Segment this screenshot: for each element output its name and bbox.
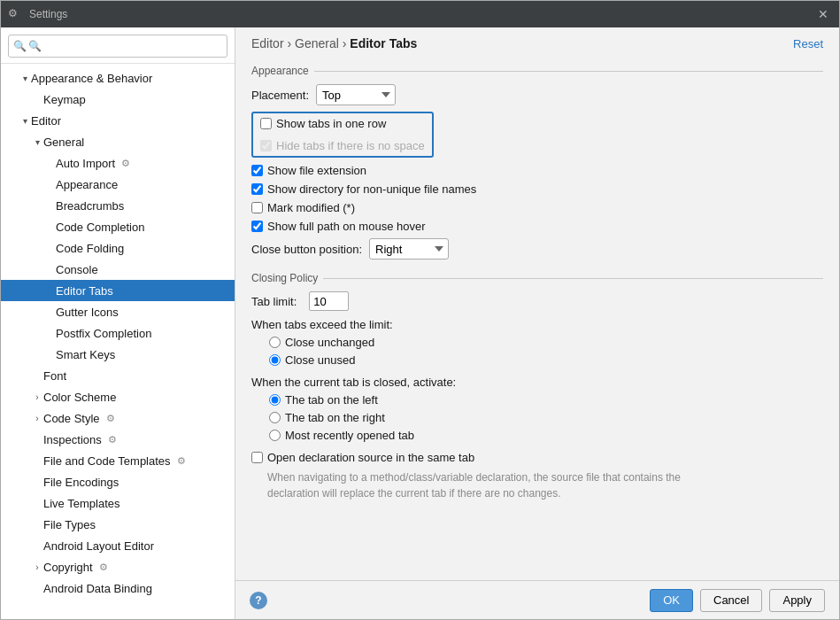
sidebar-item-general[interactable]: ▾ General <box>1 131 235 152</box>
tab-left-row: The tab on the left <box>251 393 823 407</box>
show-file-extension-label[interactable]: Show file extension <box>267 164 366 177</box>
breadcrumb-part-editor: Editor <box>251 36 284 50</box>
hide-tabs-checkbox[interactable] <box>260 140 272 151</box>
sidebar-item-android-layout-editor[interactable]: Android Layout Editor <box>1 535 235 556</box>
tab-left-radio[interactable] <box>269 394 281 406</box>
breadcrumb-sep1: › <box>287 36 295 50</box>
sidebar-item-editor[interactable]: ▾ Editor <box>1 110 235 131</box>
close-unused-radio[interactable] <box>269 354 281 366</box>
sidebar-item-font[interactable]: Font <box>1 365 235 386</box>
sidebar-item-postfix-completion[interactable]: Postfix Completion <box>1 322 235 344</box>
footer-right: OK Cancel Apply <box>650 589 825 612</box>
sidebar-item-appearance[interactable]: Appearance <box>1 174 235 195</box>
mark-modified-checkbox[interactable] <box>251 202 263 213</box>
sidebar-tree: ▾ Appearance & Behavior Keymap ▾ Editor … <box>1 64 235 619</box>
breadcrumb-part-general: General <box>295 36 339 50</box>
most-recent-radio[interactable] <box>269 430 281 441</box>
titlebar: ⚙ Settings ✕ <box>1 1 839 27</box>
sidebar-item-editor-tabs[interactable]: Editor Tabs <box>1 280 235 301</box>
tab-right-radio[interactable] <box>269 412 281 423</box>
mark-modified-label[interactable]: Mark modified (*) <box>267 201 355 214</box>
show-full-path-checkbox[interactable] <box>251 221 263 232</box>
expand-arrow: ▾ <box>19 116 31 126</box>
window-title: Settings <box>29 8 807 20</box>
sidebar-item-color-scheme[interactable]: › Color Scheme <box>1 386 235 407</box>
tab-limit-input[interactable]: 10 <box>309 291 349 311</box>
cancel-button[interactable]: Cancel <box>700 589 762 612</box>
search-wrap: 🔍 <box>8 35 227 58</box>
main-header: Editor › General › Editor Tabs Reset <box>235 27 839 56</box>
sidebar-item-code-folding[interactable]: Code Folding <box>1 237 235 259</box>
sidebar-item-appearance-behavior[interactable]: ▾ Appearance & Behavior <box>1 67 235 89</box>
open-declaration-desc: When navigating to a method/class/variab… <box>267 469 683 501</box>
expand-arrow: › <box>31 562 43 572</box>
sidebar-item-android-data-binding[interactable]: Android Data Binding <box>1 577 235 599</box>
main-content: 🔍 ▾ Appearance & Behavior Keymap ▾ <box>1 27 839 619</box>
close-button-position-row: Close button position: Right Left None <box>251 238 823 260</box>
search-input[interactable] <box>8 35 227 58</box>
sidebar-item-auto-import[interactable]: Auto Import ⚙ <box>1 152 235 174</box>
expand-arrow: › <box>31 392 43 402</box>
sidebar-item-file-encodings[interactable]: File Encodings <box>1 471 235 492</box>
expand-arrow: ▾ <box>19 74 31 83</box>
show-tabs-one-row-label[interactable]: Show tabs in one row <box>276 117 386 130</box>
app-icon: ⚙ <box>8 7 22 21</box>
settings-window: ⚙ Settings ✕ 🔍 ▾ Appearance & Behavior <box>0 0 840 620</box>
close-unchanged-radio[interactable] <box>269 337 281 348</box>
sidebar-item-breadcrumbs[interactable]: Breadcrumbs <box>1 195 235 216</box>
close-unchanged-label[interactable]: Close unchanged <box>285 336 374 349</box>
sidebar-item-code-completion[interactable]: Code Completion <box>1 216 235 237</box>
sidebar-item-file-types[interactable]: File Types <box>1 514 235 535</box>
close-unchanged-row: Close unchanged <box>251 336 823 349</box>
show-directory-label[interactable]: Show directory for non-unique file names <box>267 182 476 196</box>
close-button[interactable]: ✕ <box>814 5 832 23</box>
when-tabs-exceed-label: When tabs exceed the limit: <box>251 318 823 331</box>
sidebar-item-smart-keys[interactable]: Smart Keys <box>1 344 235 365</box>
sidebar-item-code-style[interactable]: › Code Style ⚙ <box>1 407 235 429</box>
show-file-extension-row: Show file extension <box>251 164 823 177</box>
tab-right-label[interactable]: The tab on the right <box>285 411 385 424</box>
hide-tabs-label[interactable]: Hide tabs if there is no space <box>276 139 425 152</box>
open-declaration-checkbox[interactable] <box>251 452 263 463</box>
show-file-extension-checkbox[interactable] <box>251 165 263 176</box>
open-declaration-row: Open declaration source in the same tab <box>251 451 823 464</box>
appearance-section-label: Appearance <box>251 65 823 77</box>
ok-button[interactable]: OK <box>650 589 693 612</box>
tab-limit-label: Tab limit: <box>251 295 297 308</box>
help-button[interactable]: ? <box>250 592 267 609</box>
sidebar-item-copyright[interactable]: › Copyright ⚙ <box>1 556 235 577</box>
close-button-position-select[interactable]: Right Left None <box>369 238 449 260</box>
show-directory-checkbox[interactable] <box>251 183 263 195</box>
tab-left-label[interactable]: The tab on the left <box>285 393 378 407</box>
open-declaration-label[interactable]: Open declaration source in the same tab <box>267 451 474 464</box>
show-tabs-group: Show tabs in one row Hide tabs if there … <box>251 112 434 158</box>
when-current-closed-label: When the current tab is closed, activate… <box>251 376 823 389</box>
help-label: ? <box>255 594 261 607</box>
most-recent-row: Most recently opened tab <box>251 429 823 442</box>
breadcrumb: Editor › General › Editor Tabs <box>251 36 417 50</box>
show-directory-row: Show directory for non-unique file names <box>251 182 823 196</box>
expand-arrow: › <box>31 414 43 423</box>
sidebar-item-keymap[interactable]: Keymap <box>1 89 235 110</box>
close-button-position-label: Close button position: <box>251 243 362 256</box>
apply-button[interactable]: Apply <box>769 589 825 612</box>
settings-icon: ⚙ <box>104 411 118 425</box>
close-unused-label[interactable]: Close unused <box>285 353 356 367</box>
sidebar-item-file-code-templates[interactable]: File and Code Templates ⚙ <box>1 450 235 471</box>
footer-left: ? <box>250 592 267 609</box>
expand-arrow: ▾ <box>31 137 43 147</box>
placement-select[interactable]: Top Bottom Left Right <box>316 84 396 105</box>
sidebar-item-console[interactable]: Console <box>1 259 235 280</box>
sidebar-item-live-templates[interactable]: Live Templates <box>1 492 235 514</box>
tab-right-row: The tab on the right <box>251 411 823 424</box>
most-recent-label[interactable]: Most recently opened tab <box>285 429 414 442</box>
show-tabs-one-row-checkbox[interactable] <box>260 118 272 129</box>
show-full-path-label[interactable]: Show full path on mouse hover <box>267 220 426 233</box>
sidebar-item-inspections[interactable]: Inspections ⚙ <box>1 429 235 450</box>
sidebar: 🔍 ▾ Appearance & Behavior Keymap ▾ <box>1 27 235 619</box>
reset-link[interactable]: Reset <box>793 37 823 50</box>
sidebar-item-gutter-icons[interactable]: Gutter Icons <box>1 301 235 322</box>
sidebar-search-container: 🔍 <box>1 27 235 64</box>
settings-icon: ⚙ <box>105 432 119 446</box>
settings-icon: ⚙ <box>96 560 111 574</box>
